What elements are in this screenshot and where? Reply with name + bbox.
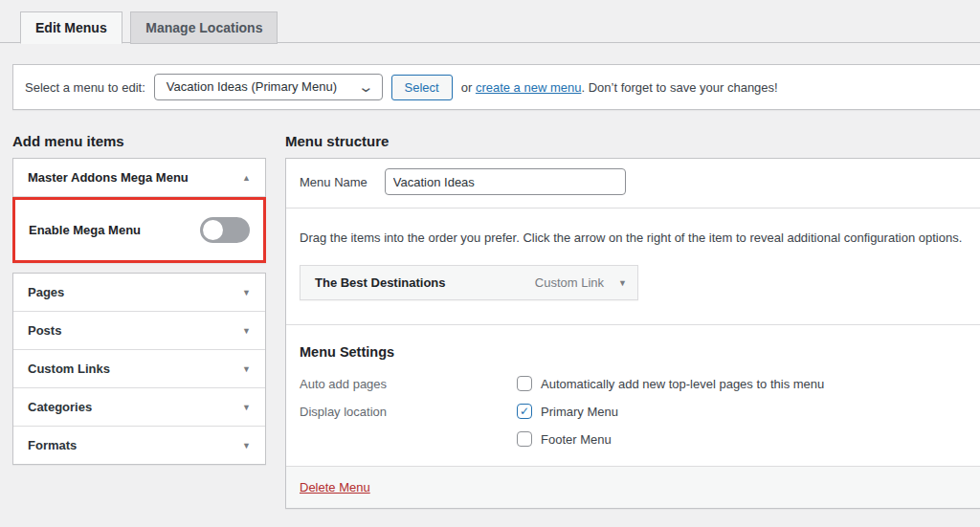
menu-structure-footer: Delete Menu [286, 466, 980, 508]
menu-structure-panel: Menu Name Drag the items into the order … [285, 158, 980, 509]
accordion-label: Custom Links [28, 362, 110, 376]
tab-bar: Edit Menus Manage Locations [0, 0, 980, 43]
toolbar-after-text: or create a new menu. Don’t forget to sa… [461, 80, 778, 95]
highlight-rectangle: Enable Mega Menu [12, 197, 266, 263]
location-primary-menu[interactable]: ✓ Primary Menu [517, 404, 618, 419]
menu-item-sources-panel: Pages ▼ Posts ▼ Custom Links ▼ Categorie… [12, 273, 266, 465]
delete-menu-link[interactable]: Delete Menu [300, 480, 370, 494]
auto-add-pages-option-label: Automatically add new top-level pages to… [541, 377, 824, 391]
menu-item-type-label: Custom Link [535, 275, 604, 290]
location-footer-menu[interactable]: ✓ Footer Menu [517, 431, 618, 447]
caret-down-icon: ▼ [242, 441, 251, 450]
auto-add-pages-row: Auto add pages ✓ Automatically add new t… [300, 376, 971, 391]
menu-item-the-best-destinations[interactable]: The Best Destinations Custom Link ▼ [300, 265, 638, 300]
accordion-label: Formats [28, 438, 77, 452]
display-location-label: Display location [300, 404, 517, 447]
auto-add-pages-checkbox-row[interactable]: ✓ Automatically add new top-level pages … [517, 376, 824, 391]
primary-menu-label: Primary Menu [541, 405, 618, 419]
select-button[interactable]: Select [391, 75, 453, 100]
accordion-formats[interactable]: Formats ▼ [13, 427, 265, 464]
menu-select-value: Vacation Ideas (Primary Menu) [167, 79, 337, 94]
mega-menu-panel: Master Addons Mega Menu ▲ Enable Mega Me… [12, 158, 266, 263]
mega-menu-toggle[interactable] [200, 217, 250, 243]
caret-up-icon: ▲ [242, 173, 251, 183]
menu-name-label: Menu Name [300, 175, 368, 189]
menu-item-title: The Best Destinations [315, 275, 446, 290]
enable-mega-menu-row: Enable Mega Menu [15, 200, 263, 260]
caret-down-icon: ▼ [242, 403, 251, 412]
toggle-knob-icon [203, 220, 223, 240]
add-menu-items-column: Add menu items Master Addons Mega Menu ▲… [12, 133, 266, 509]
caret-down-icon: ▼ [242, 288, 251, 297]
checkbox-unchecked-icon[interactable]: ✓ [517, 376, 532, 391]
menu-structure-column: Menu structure Menu Name Drag the items … [285, 133, 980, 509]
accordion-posts[interactable]: Posts ▼ [13, 312, 265, 350]
save-changes-text: . Don’t forget to save your changes! [581, 80, 777, 95]
accordion-custom-links[interactable]: Custom Links ▼ [13, 350, 265, 388]
accordion-label: Pages [28, 285, 64, 299]
content-columns: Add menu items Master Addons Mega Menu ▲… [12, 133, 980, 509]
menu-settings-heading: Menu Settings [300, 344, 971, 360]
menu-items-section: Drag the items into the order you prefer… [286, 209, 980, 325]
menu-structure-heading: Menu structure [285, 133, 980, 149]
chevron-down-icon: ⌄ [357, 82, 374, 92]
display-location-options: ✓ Primary Menu ✓ Footer Menu [517, 404, 618, 447]
mega-menu-title: Master Addons Mega Menu [28, 170, 189, 185]
checkbox-checked-icon[interactable]: ✓ [517, 404, 532, 419]
create-new-menu-link[interactable]: create a new menu [476, 80, 582, 95]
menu-name-row: Menu Name [286, 159, 980, 209]
mega-menu-accordion-header[interactable]: Master Addons Mega Menu ▲ [13, 159, 265, 197]
enable-mega-menu-label: Enable Mega Menu [29, 223, 141, 237]
accordion-pages[interactable]: Pages ▼ [13, 274, 265, 312]
or-text: or [461, 80, 473, 95]
manage-menus-toolbar: Select a menu to edit: Vacation Ideas (P… [12, 64, 980, 110]
tab-manage-locations[interactable]: Manage Locations [130, 11, 278, 44]
display-location-row: Display location ✓ Primary Menu ✓ [300, 404, 971, 447]
accordion-categories[interactable]: Categories ▼ [13, 388, 265, 427]
caret-down-icon[interactable]: ▼ [618, 278, 627, 288]
footer-menu-label: Footer Menu [541, 432, 612, 447]
checkbox-unchecked-icon[interactable]: ✓ [517, 431, 532, 447]
accordion-label: Posts [28, 323, 61, 338]
menu-select-dropdown[interactable]: Vacation Ideas (Primary Menu) ⌄ [154, 74, 383, 100]
caret-down-icon: ▼ [242, 326, 251, 336]
drag-hint-text: Drag the items into the order you prefer… [300, 231, 971, 245]
tab-edit-menus[interactable]: Edit Menus [20, 11, 122, 44]
menu-item-meta: Custom Link ▼ [535, 275, 627, 290]
menu-settings-section: Menu Settings Auto add pages ✓ Automatic… [286, 325, 980, 466]
accordion-label: Categories [28, 400, 92, 414]
menu-name-input[interactable] [385, 168, 626, 195]
caret-down-icon: ▼ [242, 364, 251, 374]
select-menu-label: Select a menu to edit: [25, 80, 145, 95]
auto-add-pages-label: Auto add pages [300, 376, 517, 391]
add-menu-items-heading: Add menu items [12, 133, 266, 149]
